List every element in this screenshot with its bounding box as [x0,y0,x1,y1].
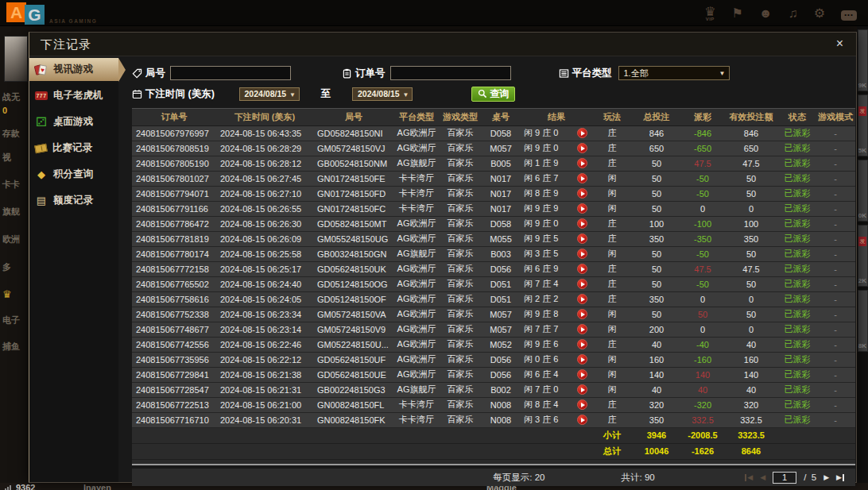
platform-cell: AG欧洲厅 [394,367,439,382]
play-replay-icon[interactable] [577,143,587,153]
date-to-select[interactable]: 2024/08/15 ▼ [352,87,413,101]
sidebar-item-quota-records[interactable]: ▤额度记录 [29,189,118,212]
platform-cell: 卡卡湾厅 [394,412,439,427]
play-replay-icon[interactable] [577,324,587,334]
list-icon [559,68,569,79]
sidebar-item-label: 额度记录 [53,194,93,207]
play-replay-icon[interactable] [577,173,587,183]
next-page-icon[interactable]: ▶ [823,474,829,481]
first-page-icon[interactable]: ◀ [745,474,753,481]
bet-records-table-wrap: 订单号下注时间 (美东)局号平台类型游戏类型桌号结果玩法总投注派彩有效投注额状态… [132,108,855,465]
customer-service-icon[interactable]: ☻ [759,7,773,20]
column-header: 平台类型 [394,109,439,125]
game-mode-cell: - [816,201,855,216]
total-row-label: 总计 [593,443,631,459]
replay-cell [571,201,593,216]
last-page-icon[interactable]: ▶ [836,474,844,481]
round-number-cell: GN017248150FE [313,171,394,186]
total-bet-cell: 50 [631,171,682,186]
column-header: 订单号 [132,109,216,125]
filter-row-2: 下注时间 (美东) 2024/08/15 ▼ 至 2024/08/15 ▼ [132,83,856,104]
prev-page-icon[interactable]: ◀ [760,474,765,481]
play-replay-icon[interactable] [577,415,587,425]
chat-icon[interactable]: ••• [841,10,857,21]
flag-icon[interactable]: ⚑ [731,7,742,20]
valid-bet-cell: 50 [723,186,779,201]
total-bet-cell: 50 [631,186,682,201]
order-number-cell: 240815067735956 [132,352,216,367]
sidebar-item-video-games[interactable]: ♥视讯游戏 [29,58,118,81]
replay-cell [571,246,593,261]
play-replay-icon[interactable] [577,218,587,229]
status-badge: 已派彩 [779,186,816,201]
platform-cell: AG欧洲厅 [394,216,439,231]
status-badge: 已派彩 [779,337,816,352]
order-number-input[interactable] [390,66,511,80]
search-icon [478,89,487,98]
total-bet-cell: 200 [631,322,682,337]
dialog-title: 下注记录 [41,37,91,52]
payout-cell: 332.5 [682,412,723,427]
play-replay-icon[interactable] [577,158,587,168]
round-number-cell: GD051248150OG [313,276,394,291]
table-number-cell: N008 [482,397,520,412]
play-replay-icon[interactable] [577,354,587,365]
play-replay-icon[interactable] [577,339,587,349]
play-replay-icon[interactable] [577,399,587,410]
valid-bet-cell: 0 [723,291,779,307]
play-replay-icon[interactable] [577,203,587,214]
platform-cell: AG旗舰厅 [394,156,439,171]
music-icon[interactable]: ♫ [789,7,798,20]
game-type-cell: 百家乐 [439,322,482,337]
close-icon[interactable]: × [833,37,847,51]
date-from-select[interactable]: 2024/08/15 ▼ [239,87,300,101]
valid-bet-cell: 846 [723,125,779,141]
play-replay-icon[interactable] [577,264,587,274]
replay-cell [571,382,593,397]
play-replay-icon[interactable] [577,279,587,289]
sidebar-item-table-games[interactable]: ⚂桌面游戏 [29,110,118,133]
sidebar-item-slot-machines[interactable]: 777电子老虎机 [29,84,118,107]
order-number-cell: 240815067748677 [132,322,216,337]
vip-icon[interactable]: ♛VIP [704,6,715,21]
gear-icon[interactable]: ⚙ [814,7,825,20]
status-badge: 已派彩 [779,141,816,156]
ag-logo[interactable]: A G ASIA GAMING [6,2,97,25]
total-bet-cell: 50 [631,261,682,276]
play-replay-icon[interactable] [577,294,587,304]
page-number-input[interactable] [773,472,796,484]
play-replay-icon[interactable] [577,233,587,244]
pagination: ◀ ◀ / 5 ▶ ▶ [745,472,844,484]
play-replay-icon[interactable] [577,188,587,199]
result-cell: 闲 3 庄 6 [520,412,571,427]
play-replay-icon[interactable] [577,128,587,138]
sidebar-item-points-query[interactable]: ◆积分查询 [29,163,118,186]
table-row: 2408150678010272024-08-15 06:27:45GN0172… [132,171,855,186]
bet-time-cell: 2024-08-15 06:43:35 [216,125,313,141]
platform-cell: 卡卡湾厅 [394,397,439,412]
replay-cell [571,186,593,201]
play-replay-icon[interactable] [577,369,587,380]
bet-records-table: 订单号下注时间 (美东)局号平台类型游戏类型桌号结果玩法总投注派彩有效投注额状态… [132,109,855,460]
wager-cell: 庄 [593,337,631,352]
table-row: 2408150677167102024-08-15 06:20:31GN0082… [132,412,855,427]
table-number-cell: M052 [482,337,520,352]
play-replay-icon[interactable] [577,384,587,395]
replay-cell [571,307,593,322]
bet-time-cell: 2024-08-15 06:26:55 [216,201,313,216]
platform-type-select[interactable]: 1.全部 ▼ [618,66,730,80]
bet-time-cell: 2024-08-15 06:21:31 [216,382,313,397]
result-cell: 闲 9 庄 6 [520,337,571,352]
valid-bet-cell: 650 [723,141,779,156]
chevron-down-icon: ▼ [289,89,296,101]
table-header: 订单号下注时间 (美东)局号平台类型游戏类型桌号结果玩法总投注派彩有效投注额状态… [132,109,855,125]
query-button[interactable]: 查询 [471,87,515,102]
round-number-input[interactable] [170,66,291,80]
play-replay-icon[interactable] [577,309,587,319]
round-number-cell: GM057248150VA [313,307,394,322]
result-cell: 闲 7 庄 0 [520,382,571,397]
sidebar-item-contest-records[interactable]: 比赛记录 [29,137,118,160]
wager-cell: 闲 [593,171,631,186]
platform-cell: AG欧洲厅 [394,125,439,141]
play-replay-icon[interactable] [577,249,587,259]
